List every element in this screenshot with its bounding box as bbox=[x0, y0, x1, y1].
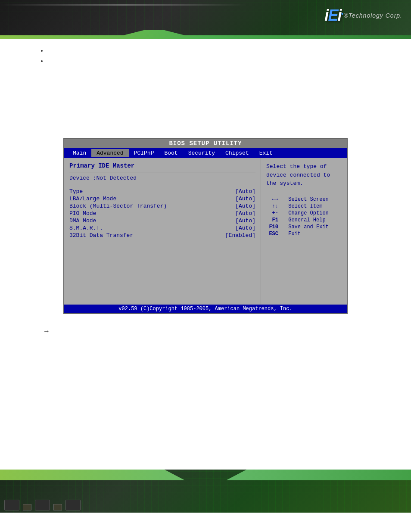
chip-5 bbox=[65, 500, 81, 510]
bios-label-block: Block (Multi-Sector Transfer) bbox=[69, 203, 235, 209]
bullet-item-2 bbox=[47, 58, 377, 65]
bios-menu-main[interactable]: Main bbox=[68, 149, 91, 157]
bios-key-f10: F10 bbox=[266, 224, 278, 230]
bios-setting-type: Type [Auto] bbox=[69, 188, 255, 195]
bios-footer-text: v02.59 (C)Copyright 1985-2005, American … bbox=[118, 306, 292, 312]
bios-value-dma: [Auto] bbox=[235, 218, 255, 224]
spacer-bottom bbox=[34, 344, 377, 378]
bios-label-pio: PIO Mode bbox=[69, 210, 235, 217]
bios-key-desc-select-screen: Select Screen bbox=[288, 196, 329, 202]
bios-label-type: Type bbox=[69, 188, 235, 195]
bios-key-select-screen: ←→ Select Screen bbox=[266, 196, 342, 202]
bios-section-title: Primary IDE Master bbox=[69, 162, 255, 169]
bios-setting-lba: LBA/Large Mode [Auto] bbox=[69, 196, 255, 202]
bios-title-bar: BIOS SETUP UTILITY bbox=[64, 139, 347, 148]
bios-value-block: [Auto] bbox=[235, 203, 255, 209]
content-area: BIOS SETUP UTILITY Main Advanced PCIPnP … bbox=[0, 39, 411, 470]
circuit-line bbox=[0, 30, 411, 39]
bios-value-smart: [Auto] bbox=[235, 225, 255, 231]
bios-key-esc-exit: ESC Exit bbox=[266, 231, 342, 237]
bios-setting-32bit: 32Bit Data Transfer [Enabled] bbox=[69, 232, 255, 239]
top-banner: iEi● ®Technology Corp. bbox=[0, 0, 411, 39]
bios-menu-boot[interactable]: Boot bbox=[159, 149, 183, 157]
bios-key-desc-general-help: General Help bbox=[288, 217, 325, 223]
bios-menu-bar: Main Advanced PCIPnP Boot Security Chips… bbox=[64, 148, 347, 158]
bios-value-pio: [Auto] bbox=[235, 210, 255, 217]
bios-key-updown: ↑↓ bbox=[266, 203, 278, 209]
bios-value-32bit: [Enabled] bbox=[225, 232, 255, 239]
bios-key-desc-exit: Exit bbox=[288, 231, 301, 237]
bios-label-lba: LBA/Large Mode bbox=[69, 196, 235, 202]
spacer-top bbox=[34, 73, 377, 125]
logo-area: iEi● ®Technology Corp. bbox=[324, 6, 402, 25]
bios-key-arrows: ←→ bbox=[266, 196, 278, 202]
bottom-banner bbox=[0, 470, 411, 513]
iei-logo: iEi● bbox=[324, 6, 342, 25]
bios-help-text: Select the type ofdevice connected tothe… bbox=[266, 162, 342, 188]
bios-menu-security[interactable]: Security bbox=[183, 149, 220, 157]
chip-3 bbox=[35, 500, 50, 510]
bios-value-lba: [Auto] bbox=[235, 196, 255, 202]
bios-main-panel: Primary IDE Master Device :Not Detected … bbox=[64, 158, 261, 305]
bios-keys: ←→ Select Screen ↑↓ Select Item +- Chang… bbox=[266, 196, 342, 237]
bios-setting-block: Block (Multi-Sector Transfer) [Auto] bbox=[69, 203, 255, 209]
bullet-list bbox=[47, 47, 377, 65]
bios-menu-chipset[interactable]: Chipset bbox=[220, 149, 254, 157]
chip-4 bbox=[53, 504, 62, 510]
bullet-item-1 bbox=[47, 47, 377, 54]
bottom-wave bbox=[0, 470, 411, 480]
bios-key-general-help: F1 General Help bbox=[266, 217, 342, 223]
right-arrow-icon: → bbox=[43, 327, 50, 335]
spacer bbox=[69, 185, 255, 188]
bios-key-f1: F1 bbox=[266, 217, 278, 223]
bios-device-line: Device :Not Detected bbox=[69, 175, 255, 181]
bios-key-plusminus: +- bbox=[266, 210, 278, 216]
tech-corp-label: ®Technology Corp. bbox=[343, 12, 402, 19]
bios-divider bbox=[69, 172, 255, 172]
chip-1 bbox=[4, 500, 19, 510]
bios-sidebar: Select the type ofdevice connected tothe… bbox=[261, 158, 347, 305]
bios-key-select-item: ↑↓ Select Item bbox=[266, 203, 342, 209]
bios-key-change-option: +- Change Option bbox=[266, 210, 342, 216]
bios-footer: v02.59 (C)Copyright 1985-2005, American … bbox=[64, 305, 347, 313]
bios-title: BIOS SETUP UTILITY bbox=[169, 140, 242, 147]
bios-key-desc-select-item: Select Item bbox=[288, 203, 322, 209]
arrow-section: → bbox=[43, 327, 377, 335]
bios-setting-smart: S.M.A.R.T. [Auto] bbox=[69, 225, 255, 231]
bios-key-desc-change-option: Change Option bbox=[288, 210, 329, 216]
chip-2 bbox=[23, 504, 31, 510]
bios-menu-pcipnp[interactable]: PCIPnP bbox=[129, 149, 159, 157]
bios-label-smart: S.M.A.R.T. bbox=[69, 225, 235, 231]
bios-key-desc-save-exit: Save and Exit bbox=[288, 224, 329, 230]
bios-label-dma: DMA Mode bbox=[69, 218, 235, 224]
bios-menu-advanced[interactable]: Advanced bbox=[91, 149, 128, 157]
bios-key-save-exit: F10 Save and Exit bbox=[266, 224, 342, 230]
bios-setting-pio: PIO Mode [Auto] bbox=[69, 210, 255, 217]
circuit-components bbox=[4, 500, 81, 510]
bios-menu-exit[interactable]: Exit bbox=[254, 149, 278, 157]
bios-body: Primary IDE Master Device :Not Detected … bbox=[64, 158, 347, 305]
bios-setting-dma: DMA Mode [Auto] bbox=[69, 218, 255, 224]
bios-value-type: [Auto] bbox=[235, 188, 255, 195]
bios-label-32bit: 32Bit Data Transfer bbox=[69, 232, 225, 239]
bios-screenshot: BIOS SETUP UTILITY Main Advanced PCIPnP … bbox=[63, 138, 348, 314]
bios-key-esc: ESC bbox=[266, 231, 278, 237]
